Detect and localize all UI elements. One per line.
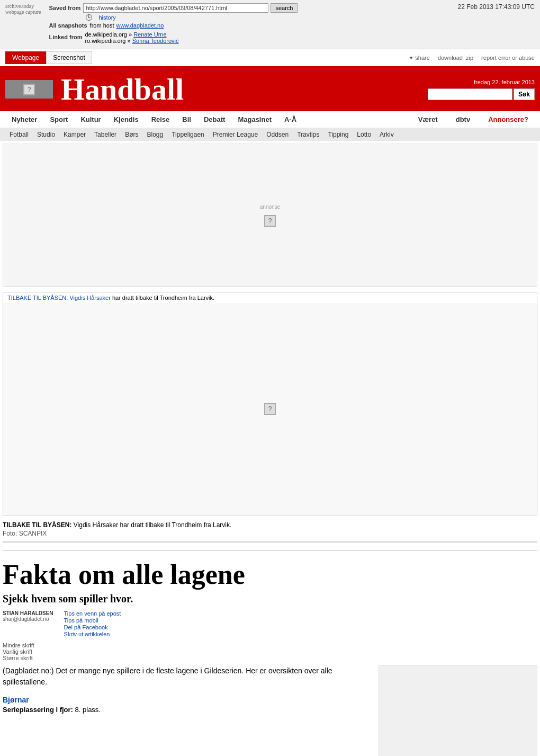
bottom-caption-bold: TILBAKE TIL BYÅSEN: (3, 521, 71, 529)
share-icon: ✦ (409, 55, 413, 61)
author-name: STIAN HARALDSEN (3, 610, 53, 616)
nav-vaeret[interactable]: Været (412, 111, 444, 128)
article-heading: Fakta om alle lagene (3, 550, 537, 593)
nav-annonsere[interactable]: Annonsere? (482, 111, 535, 128)
tab-webpage[interactable]: Webpage (5, 51, 46, 64)
site-header-right: fredag 22. februar 2013 Søk (428, 79, 535, 100)
history-row: history (86, 14, 449, 21)
sidebar-image-placeholder (379, 665, 537, 756)
nav-debatt[interactable]: Debatt (197, 111, 231, 128)
site-search-input[interactable] (428, 88, 512, 100)
archive-logo: archive.today webpage capture (5, 3, 41, 15)
image-caption-bar: TILBAKE TIL BYÅSEN: Vigdis Hårsaker har … (3, 292, 537, 303)
download-link[interactable]: download .zip (438, 55, 473, 61)
archive-logo-text: archive.today (5, 3, 41, 9)
subnav-bors[interactable]: Børs (121, 128, 142, 141)
action-print[interactable]: Skriv ut artikkelen (64, 631, 121, 637)
archive-search-button[interactable]: search (271, 3, 298, 13)
share-link[interactable]: ✦ share (409, 55, 430, 61)
image-question-mark: ? (264, 403, 276, 415)
history-link[interactable]: history (98, 14, 115, 21)
tab-bar: Webpage Screenshot ✦ share download .zip… (0, 49, 540, 67)
article-subheading: Sjekk hvem som spiller hvor. (3, 593, 537, 610)
subnav-premier-league[interactable]: Premier League (209, 128, 262, 141)
site-header: ? Handball fredag 22. februar 2013 Søk (0, 67, 540, 111)
nav-kultur[interactable]: Kultur (74, 111, 107, 128)
linked-from-row: Linked from de.wikipedia.org » Renate Ur… (49, 30, 449, 44)
font-larger[interactable]: Større skrift (3, 655, 537, 661)
author-row: STIAN HARALDSEN shar@dagbladet.no Tips e… (3, 610, 537, 638)
logo-question-mark: ? (23, 84, 35, 95)
subnav-oddsen[interactable]: Oddsen (262, 128, 293, 141)
nav-bil[interactable]: Bil (176, 111, 197, 128)
nav-nyheter[interactable]: Nyheter (5, 111, 43, 128)
archive-middle: Saved from search history All snapshots … (49, 3, 449, 46)
linked-from-item-1: de.wikipedia.org » Renate Urne (85, 31, 178, 38)
subnav-arkiv[interactable]: Arkiv (375, 128, 398, 141)
ad-banner: annonse ? (3, 144, 537, 287)
font-controls: Mindre skrift Vanlig skrift Større skrif… (3, 642, 537, 661)
font-smaller[interactable]: Mindre skrift (3, 642, 537, 648)
archive-timestamp: 22 Feb 2013 17:43:09 UTC (458, 3, 535, 11)
author-actions: Tips en venn på epost Tips på mobil Del … (64, 610, 121, 638)
subnav-blogg[interactable]: Blogg (142, 128, 167, 141)
image-caption-link: TILBAKE TIL BYÅSEN: Vigdis Hårsaker (7, 295, 111, 301)
nav-dbtv[interactable]: dbtv (449, 111, 476, 128)
saved-from-row: Saved from search (49, 3, 449, 13)
report-link[interactable]: report error or abuse (481, 55, 535, 61)
nav-kjendis[interactable]: Kjendis (107, 111, 145, 128)
site-logo-box: ? (5, 80, 53, 99)
subnav-lotto[interactable]: Lotto (353, 128, 375, 141)
nav-sport[interactable]: Sport (43, 111, 74, 128)
clock-icon (86, 14, 92, 21)
subnav-tabeller[interactable]: Tabeller (90, 128, 121, 141)
article-intro-text: (Dagbladet.no:) Det er mange nye spiller… (3, 666, 332, 686)
content-wrapper: annonse ? TILBAKE TIL BYÅSEN: Vigdis Hår… (0, 141, 540, 756)
linked-from-link-2[interactable]: Sorina Teodorović (132, 38, 179, 44)
from-host-link[interactable]: www.dagbladet.no (116, 22, 164, 29)
action-mobil[interactable]: Tips på mobil (64, 617, 121, 624)
tab-screenshot[interactable]: Screenshot (46, 51, 92, 64)
nav-aa[interactable]: A-Å (278, 111, 303, 128)
article-intro: (Dagbladet.no:) Det er mange nye spiller… (3, 665, 371, 688)
photo-credit: Foto: SCANPIX (3, 530, 537, 541)
subnav-travtips[interactable]: Travtips (293, 128, 323, 141)
image-caption-rest: har dratt tilbake til Trondheim fra Larv… (111, 295, 214, 301)
main-nav-right: Været dbtv Annonsere? (412, 111, 535, 128)
team-ranking-value: 8. plass. (75, 706, 101, 714)
team-ranking: Serieplassering i fjor: 8. plass. (3, 706, 371, 714)
action-email[interactable]: Tips en venn på epost (64, 610, 121, 617)
site-search-button[interactable]: Søk (514, 88, 535, 100)
bottom-caption-text: Vigdis Hårsaker har dratt tilbake til Tr… (71, 521, 231, 529)
font-normal[interactable]: Vanlig skrift (3, 648, 537, 655)
archive-url-input[interactable] (83, 3, 268, 13)
author-info: STIAN HARALDSEN shar@dagbladet.no (3, 610, 53, 622)
linked-from-label: Linked from (49, 34, 82, 40)
subnav-tipping[interactable]: Tipping (323, 128, 353, 141)
subnav-kamper[interactable]: Kamper (59, 128, 90, 141)
nav-magasinet[interactable]: Magasinet (231, 111, 278, 128)
team-link[interactable]: Bjørnar (3, 696, 371, 704)
from-host-label: from host (90, 22, 114, 29)
archive-tagline: webpage capture (5, 9, 41, 15)
site-search: Søk (428, 88, 535, 100)
linked-from-link-1[interactable]: Renate Urne (133, 31, 166, 38)
tab-actions: ✦ share download .zip report error or ab… (409, 55, 535, 61)
action-facebook[interactable]: Del på Facebook (64, 624, 121, 630)
main-nav: Nyheter Sport Kultur Kjendis Reise Bil D… (0, 111, 540, 128)
linked-from-items: de.wikipedia.org » Renate Urne ro.wikipe… (85, 31, 178, 44)
archive-toolbar: archive.today webpage capture Saved from… (0, 0, 540, 49)
ad-question-mark: ? (264, 215, 276, 227)
team-ranking-label: Serieplassering i fjor: (3, 706, 73, 714)
image-box: TILBAKE TIL BYÅSEN: Vigdis Hårsaker har … (3, 292, 537, 515)
archive-logo-block: archive.today webpage capture (5, 3, 41, 15)
article-section: Fakta om alle lagene Sjekk hvem som spil… (3, 541, 537, 756)
subnav-studio[interactable]: Studio (33, 128, 59, 141)
image-placeholder: ? (3, 303, 537, 515)
all-snapshots-row: All snapshots from host www.dagbladet.no (49, 22, 449, 29)
image-bottom-caption: TILBAKE TIL BYÅSEN: Vigdis Hårsaker har … (3, 518, 537, 530)
nav-reise[interactable]: Reise (145, 111, 176, 128)
all-snapshots-label: All snapshots (49, 22, 87, 29)
subnav-tippeligaen[interactable]: Tippeligaen (167, 128, 209, 141)
subnav-fotball[interactable]: Fotball (5, 128, 33, 141)
